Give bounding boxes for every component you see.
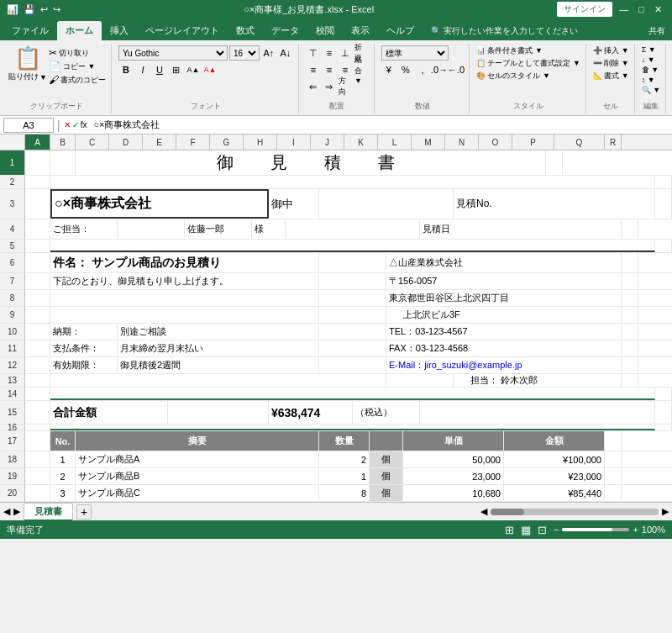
col-header-k[interactable]: K bbox=[344, 135, 378, 150]
row-header-13[interactable]: 13 bbox=[0, 374, 25, 388]
cell-person[interactable]: 担当： 鈴木次郎 bbox=[454, 374, 622, 387]
col-header-c[interactable]: C bbox=[76, 135, 109, 150]
cell-a20[interactable] bbox=[25, 485, 50, 501]
align-left-btn[interactable]: ≡ bbox=[306, 62, 321, 77]
fill-color-btn[interactable]: A▲ bbox=[186, 62, 201, 77]
cell-spacer9[interactable] bbox=[50, 307, 319, 323]
tab-data[interactable]: データ bbox=[263, 21, 307, 40]
cell-intro[interactable]: 下記のとおり、御見積もり申し上げます。 bbox=[50, 273, 319, 289]
cell-r18[interactable] bbox=[605, 451, 622, 467]
tab-page-layout[interactable]: ページレイアウト bbox=[137, 21, 228, 40]
cell-19-no[interactable]: 2 bbox=[50, 468, 76, 484]
tab-search[interactable]: 🔍 実行したい作業を入力してください bbox=[423, 22, 586, 40]
cell-b14[interactable] bbox=[50, 388, 655, 400]
tab-home[interactable]: ホーム bbox=[57, 21, 102, 40]
col-header-unit-space[interactable] bbox=[370, 431, 403, 451]
cell-18-unit-price[interactable]: 50,000 bbox=[403, 451, 504, 467]
cell-spacer4[interactable] bbox=[286, 219, 420, 239]
sum-btn[interactable]: Σ ▼ bbox=[642, 45, 656, 54]
cell-19-item[interactable]: サンプル商品B bbox=[76, 468, 319, 484]
cell-r1[interactable] bbox=[546, 150, 563, 175]
col-header-f[interactable]: F bbox=[176, 135, 210, 150]
row-header-16[interactable]: 16 bbox=[0, 425, 25, 431]
cell-18-qty[interactable]: 2 bbox=[319, 451, 370, 467]
row-header-12[interactable]: 12 bbox=[0, 357, 25, 374]
scroll-right-btn[interactable]: ▶ bbox=[662, 506, 669, 517]
row-header-17[interactable]: 17 bbox=[0, 431, 25, 451]
cell-contact-label[interactable]: ご担当： bbox=[50, 219, 118, 239]
cell-email[interactable]: E-Mail：jiro_suzuki@example.jp bbox=[386, 357, 622, 373]
cell-r2[interactable] bbox=[655, 176, 672, 188]
col-header-l[interactable]: L bbox=[378, 135, 412, 150]
cell-validity-label[interactable]: 有効期限： bbox=[50, 357, 118, 373]
cell-r12[interactable] bbox=[622, 357, 638, 373]
tab-formulas[interactable]: 数式 bbox=[228, 21, 263, 40]
cell-spacer7[interactable] bbox=[319, 273, 386, 289]
cell-tel[interactable]: TEL：03-123-4567 bbox=[386, 324, 622, 340]
col-header-amount[interactable]: 金額 bbox=[504, 431, 605, 451]
font-size-decrease-btn[interactable]: A↓ bbox=[278, 45, 293, 61]
zoom-out-btn[interactable]: − bbox=[554, 525, 559, 535]
cell-total-label[interactable]: 合計金額 bbox=[50, 401, 168, 424]
cell-r10[interactable] bbox=[622, 324, 638, 340]
row-header-1[interactable]: 1 bbox=[0, 150, 25, 176]
font-family-select[interactable]: Yu Gothic bbox=[118, 45, 228, 61]
col-header-n[interactable]: N bbox=[445, 135, 479, 150]
col-header-g[interactable]: G bbox=[210, 135, 244, 150]
cell-r13[interactable] bbox=[622, 374, 638, 387]
cell-19-amount[interactable]: ¥23,000 bbox=[504, 468, 605, 484]
row-header-15[interactable]: 15 bbox=[0, 401, 25, 425]
col-header-m[interactable]: M bbox=[412, 135, 445, 150]
cell-18-no[interactable]: 1 bbox=[50, 451, 76, 467]
row-header-3[interactable]: 3 bbox=[0, 189, 25, 219]
col-header-summary[interactable]: 摘要 bbox=[76, 431, 319, 451]
cell-a15[interactable] bbox=[25, 401, 50, 424]
table-format-btn[interactable]: 📋 テーブルとして書式設定 ▼ bbox=[476, 58, 580, 69]
cell-title[interactable]: 御 見 積 書 bbox=[76, 150, 546, 175]
font-size-increase-btn[interactable]: A↑ bbox=[261, 45, 276, 61]
cell-20-no[interactable]: 3 bbox=[50, 485, 76, 501]
cell-20-item[interactable]: サンプル商品C bbox=[76, 485, 319, 501]
col-header-r[interactable]: R bbox=[605, 135, 622, 150]
cell-subject[interactable]: 件名： サンプル商品のお見積り bbox=[50, 253, 319, 272]
cell-r5[interactable] bbox=[655, 240, 672, 252]
prev-sheet-btn[interactable]: ◀ bbox=[3, 506, 10, 517]
cell-r14[interactable] bbox=[655, 388, 672, 400]
cell-18-item[interactable]: サンプル商品A bbox=[76, 451, 319, 467]
cut-button[interactable]: ✂切り取り bbox=[49, 47, 106, 59]
col-header-h[interactable]: H bbox=[244, 135, 277, 150]
align-top-btn[interactable]: ⊤ bbox=[306, 45, 321, 61]
cell-a13[interactable] bbox=[25, 374, 50, 387]
cell-a5[interactable] bbox=[25, 240, 50, 252]
next-sheet-btn[interactable]: ▶ bbox=[13, 506, 20, 517]
cell-spacer8[interactable] bbox=[50, 290, 319, 306]
decimal-increase-btn[interactable]: .0→ bbox=[432, 62, 447, 77]
number-format-select[interactable]: 標準 bbox=[381, 45, 449, 61]
cell-a7[interactable] bbox=[25, 273, 50, 289]
col-header-o[interactable]: O bbox=[479, 135, 512, 150]
fill-btn[interactable]: ↓ ▼ bbox=[642, 55, 655, 64]
text-direction-btn[interactable]: 方向 bbox=[338, 79, 353, 94]
cell-19-unit-price[interactable]: 23,000 bbox=[403, 468, 504, 484]
cell-b5[interactable] bbox=[50, 240, 655, 252]
cell-a9[interactable] bbox=[25, 307, 50, 323]
underline-button[interactable]: U bbox=[152, 62, 167, 77]
share-button[interactable]: 共有 bbox=[642, 22, 672, 40]
cell-r9[interactable] bbox=[622, 307, 638, 323]
find-btn[interactable]: 🔍 ▼ bbox=[642, 86, 660, 94]
cell-r6[interactable] bbox=[622, 253, 638, 272]
insert-function-btn[interactable]: fx bbox=[81, 120, 87, 129]
col-header-p[interactable]: P bbox=[512, 135, 554, 150]
minimize-btn[interactable]: — bbox=[616, 4, 632, 14]
cell-contact-honorific[interactable]: 様 bbox=[252, 219, 286, 239]
cell-r19[interactable] bbox=[605, 468, 622, 484]
col-header-d[interactable]: D bbox=[109, 135, 143, 150]
sheet-tab-estimates[interactable]: 見積書 bbox=[24, 503, 73, 521]
cell-b1[interactable] bbox=[50, 150, 76, 175]
cell-payment-label[interactable]: 納期： bbox=[50, 324, 118, 340]
cell-spacer15[interactable] bbox=[168, 401, 269, 424]
cell-validity-value[interactable]: 御見積後2週間 bbox=[118, 357, 319, 373]
cell-20-unit-label[interactable]: 個 bbox=[370, 485, 403, 501]
view-layout-btn[interactable]: ▦ bbox=[521, 524, 531, 536]
cell-spacer3[interactable] bbox=[319, 189, 454, 219]
